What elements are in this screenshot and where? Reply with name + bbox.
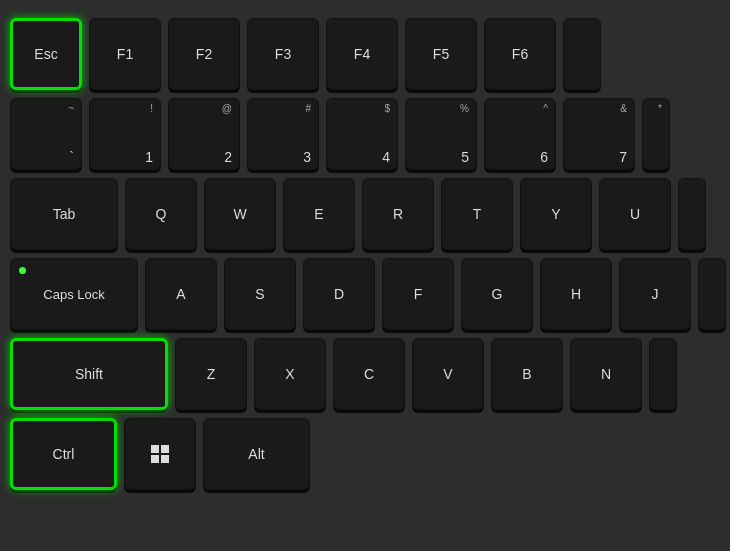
key-8-partial: * [642,98,670,170]
key-3[interactable]: # 3 [247,98,319,170]
keyboard: Esc F1 F2 F3 F4 F5 F6 ~ ` [0,0,730,551]
key-v[interactable]: V [412,338,484,410]
key-d[interactable]: D [303,258,375,330]
key-f5[interactable]: F5 [405,18,477,90]
row-esc: Esc F1 F2 F3 F4 F5 F6 [10,18,720,90]
row-caps: Caps Lock A S D F G H J [10,258,720,330]
key-r[interactable]: R [362,178,434,250]
key-f1[interactable]: F1 [89,18,161,90]
key-esc[interactable]: Esc [10,18,82,90]
key-f2[interactable]: F2 [168,18,240,90]
caps-lock-indicator [19,267,26,274]
key-win[interactable] [124,418,196,490]
key-z[interactable]: Z [175,338,247,410]
key-x[interactable]: X [254,338,326,410]
key-2[interactable]: @ 2 [168,98,240,170]
key-f3[interactable]: F3 [247,18,319,90]
key-alt[interactable]: Alt [203,418,310,490]
key-u[interactable]: U [599,178,671,250]
key-j[interactable]: J [619,258,691,330]
key-e[interactable]: E [283,178,355,250]
key-m-partial [649,338,677,410]
key-w[interactable]: W [204,178,276,250]
key-k-partial [698,258,726,330]
key-ctrl[interactable]: Ctrl [10,418,117,490]
key-n[interactable]: N [570,338,642,410]
key-c[interactable]: C [333,338,405,410]
key-caps-lock[interactable]: Caps Lock [10,258,138,330]
key-i-partial [678,178,706,250]
key-h[interactable]: H [540,258,612,330]
key-q[interactable]: Q [125,178,197,250]
key-b[interactable]: B [491,338,563,410]
key-g[interactable]: G [461,258,533,330]
row-numbers: ~ ` ! 1 @ 2 # 3 $ 4 [10,98,720,170]
row-shift: Shift Z X C V B N [10,338,720,410]
key-f[interactable]: F [382,258,454,330]
key-7[interactable]: & 7 [563,98,635,170]
key-f6[interactable]: F6 [484,18,556,90]
key-4[interactable]: $ 4 [326,98,398,170]
key-tilde[interactable]: ~ ` [10,98,82,170]
key-a[interactable]: A [145,258,217,330]
key-6[interactable]: ^ 6 [484,98,556,170]
key-1[interactable]: ! 1 [89,98,161,170]
row-ctrl: Ctrl Alt [10,418,720,490]
key-tab[interactable]: Tab [10,178,118,250]
key-s[interactable]: S [224,258,296,330]
key-5[interactable]: % 5 [405,98,477,170]
row-tab: Tab Q W E R T Y U [10,178,720,250]
key-y[interactable]: Y [520,178,592,250]
windows-icon [151,445,169,463]
key-f4[interactable]: F4 [326,18,398,90]
key-shift[interactable]: Shift [10,338,168,410]
key-t[interactable]: T [441,178,513,250]
key-f6-partial [563,18,601,90]
